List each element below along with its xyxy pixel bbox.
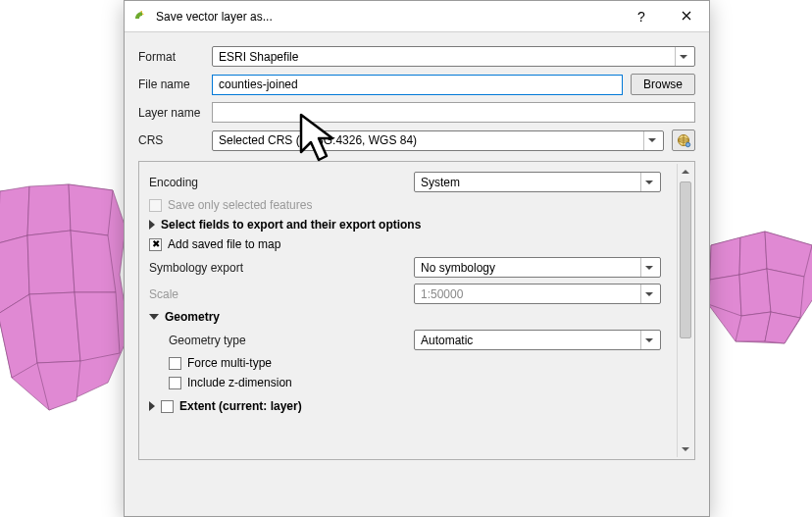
triangle-right-icon [149,401,155,411]
scroll-thumb[interactable] [680,181,691,338]
include-z-checkbox[interactable] [169,377,181,389]
chevron-down-icon [640,258,656,277]
scrollbar[interactable] [677,164,692,457]
chevron-down-icon [640,331,656,349]
force-multi-checkbox[interactable] [169,357,181,370]
geometry-type-select[interactable]: Automatic [414,330,661,350]
extent-label: Extent (current: layer) [179,399,302,413]
layer-name-label: Layer name [138,106,204,120]
file-name-input[interactable] [212,75,623,95]
format-label: Format [138,50,204,64]
scroll-up-arrow[interactable] [678,164,693,180]
close-button[interactable] [664,2,709,31]
scale-value: 1:50000 [421,287,640,301]
crs-select[interactable]: Selected CRS (EPSG:4326, WGS 84) [212,130,664,151]
add-to-map-checkbox[interactable] [149,238,162,251]
crs-picker-button[interactable] [672,129,695,151]
geometry-type-value: Automatic [421,334,640,347]
globe-icon [676,132,691,148]
chevron-down-icon [640,284,656,303]
svg-point-2 [685,142,689,146]
format-select[interactable]: ESRI Shapefile [212,46,695,67]
encoding-select[interactable]: System [414,172,661,192]
encoding-value: System [421,176,640,189]
save-selected-label: Save only selected features [168,198,312,212]
close-icon [682,10,691,24]
titlebar: Save vector layer as... ? [125,1,709,32]
select-fields-toggle[interactable]: Select fields to export and their export… [149,218,673,232]
encoding-label: Encoding [149,176,404,189]
force-multi-label: Force multi-type [187,356,272,370]
file-name-label: File name [138,78,204,91]
chevron-down-icon [643,131,659,150]
triangle-down-icon [149,314,159,320]
map-region-east [706,226,812,363]
symbology-value: No symbology [421,261,640,275]
add-to-map-label: Add saved file to map [168,237,280,251]
browse-button[interactable]: Browse [631,74,695,95]
dialog-body: Format ESRI Shapefile File name Browse L… [125,32,709,516]
save-selected-checkbox [149,199,162,212]
layer-name-input[interactable] [212,102,695,123]
extent-checkbox[interactable] [161,400,174,413]
geometry-header: Geometry [165,310,220,324]
scale-select: 1:50000 [414,284,661,304]
options-panel: Encoding System Save only selected featu… [138,161,695,460]
format-value: ESRI Shapefile [219,50,675,64]
extent-toggle[interactable]: Extent (current: layer) [149,399,673,413]
geometry-toggle[interactable]: Geometry [149,310,673,324]
save-vector-layer-dialog: Save vector layer as... ? Format ESRI Sh… [124,0,710,517]
include-z-label: Include z-dimension [187,376,292,389]
symbology-select[interactable]: No symbology [414,257,661,278]
dialog-title: Save vector layer as... [156,10,619,24]
crs-value: Selected CRS (EPSG:4326, WGS 84) [219,133,643,147]
scroll-down-arrow[interactable] [678,441,693,457]
triangle-right-icon [149,220,155,230]
symbology-label: Symbology export [149,261,404,275]
geometry-type-label: Geometry type [169,334,404,347]
chevron-down-icon [675,47,690,66]
chevron-down-icon [640,173,656,191]
qgis-icon [132,9,148,25]
scale-label: Scale [149,287,404,301]
select-fields-label: Select fields to export and their export… [161,218,421,232]
crs-label: CRS [138,133,204,147]
help-button[interactable]: ? [619,2,664,31]
